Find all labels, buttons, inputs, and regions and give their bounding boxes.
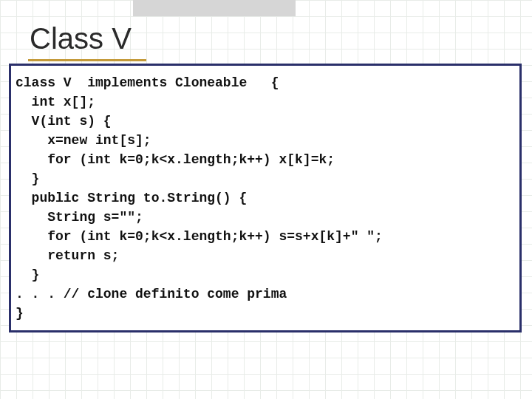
code-line: for (int k=0;k<x.length;k++) s=s+x[k]+" …	[16, 227, 515, 246]
code-line: V(int s) {	[16, 112, 515, 131]
code-line: }	[16, 304, 515, 323]
code-line: public String to.String() {	[16, 188, 515, 208]
code-line: . . . // clone definito come prima	[16, 284, 515, 304]
code-line: for (int k=0;k<x.length;k++) x[k]=k;	[16, 150, 515, 169]
code-line: class V implements Cloneable {	[16, 73, 515, 92]
code-line: }	[16, 169, 515, 188]
top-accent-bar	[133, 0, 296, 16]
slide-title: Class V	[30, 22, 132, 55]
code-line: return s;	[16, 246, 515, 265]
code-box: class V implements Cloneable { int x[]; …	[9, 64, 522, 332]
code-line: String s="";	[16, 208, 515, 227]
code-line: }	[16, 265, 515, 284]
title-underline	[28, 59, 146, 61]
code-line: x=new int[s];	[16, 131, 515, 150]
code-line: int x[];	[16, 92, 515, 112]
